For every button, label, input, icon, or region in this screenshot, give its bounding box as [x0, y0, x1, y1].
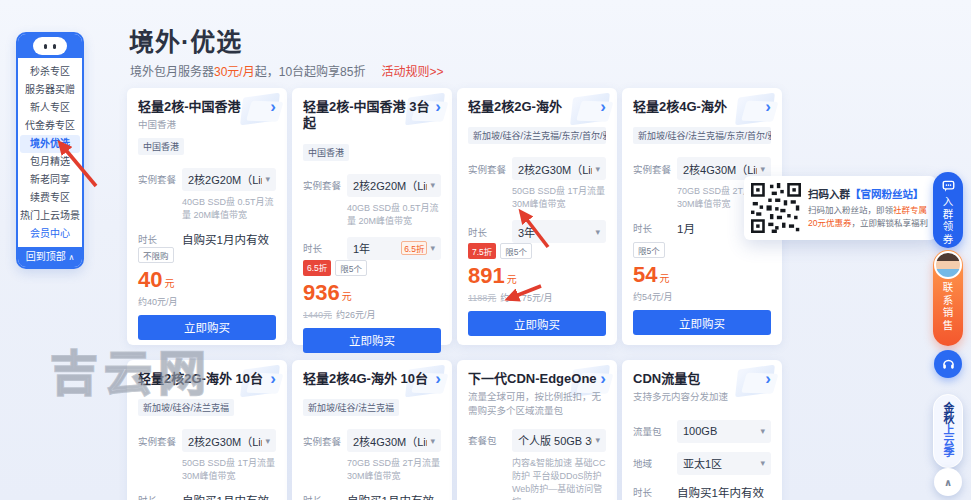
price-value: 54: [633, 262, 657, 288]
region-tag: 新加坡/硅谷/法兰克福/东京/首尔/雅加达: [633, 127, 771, 144]
sidebar-item-overseas[interactable]: 境外优选: [20, 135, 80, 153]
caret-down-icon: ▾: [760, 426, 765, 436]
sidebar-item-monthly[interactable]: 包月精选: [20, 153, 80, 171]
mascot-eye-icon: [44, 44, 47, 49]
buy-button[interactable]: 立即购买: [138, 315, 276, 340]
limit-badge: 不限购: [138, 247, 174, 263]
spec-select[interactable]: 2核2G20M（Linu... ▾: [182, 168, 276, 191]
duration-value: 1月: [677, 220, 695, 236]
scroll-top-button[interactable]: ∧: [934, 468, 962, 496]
buy-button[interactable]: 立即购买: [468, 311, 606, 336]
traffic-select[interactable]: 100GB ▾: [677, 420, 771, 443]
duration-value: 自购买1月内有效: [182, 231, 269, 247]
duration-value: 自购买1年内有效: [677, 484, 764, 500]
sidebar-item-member-center[interactable]: 会员中心: [20, 225, 80, 243]
chevron-right-icon[interactable]: ›: [600, 371, 606, 386]
duration-label: 时长: [303, 241, 347, 255]
buy-button[interactable]: 立即购买: [303, 328, 441, 353]
caret-down-icon: ▾: [760, 458, 765, 468]
spec-description: 内容&智能加速 基础CC防护 平台级DDoS防护 Web防护—基础访问管控: [512, 457, 606, 500]
sidebar-item-voucher[interactable]: 代金券专区: [20, 117, 80, 135]
region-value: 亚太1区: [683, 455, 757, 471]
monthly-price: 约24.75元/月: [500, 293, 552, 303]
buy-button[interactable]: 立即购买: [633, 310, 771, 335]
price-unit: 元: [507, 271, 517, 286]
spec-select[interactable]: 2核4G30M（Linu... ▾: [347, 429, 441, 452]
card-title: 轻量2核2G-海外: [468, 99, 562, 115]
package-value: 个人版 50GB 300...: [518, 432, 592, 448]
sidebar-item-new-user[interactable]: 新人专区: [20, 99, 80, 117]
up-arrow-icon: ∧: [68, 253, 74, 262]
qr-title-brand: 【官网粉丝站】: [850, 188, 924, 200]
package-select[interactable]: 个人版 50GB 300... ▾: [512, 429, 606, 452]
sidebar-item-server-gift[interactable]: 服务器买赠: [20, 81, 80, 99]
support-headset-button[interactable]: [934, 350, 962, 378]
caret-down-icon: ▾: [760, 164, 765, 174]
discount-badge: 6.5折: [303, 260, 331, 276]
spec-description: 50GB SSD盘 1T月流量 30M峰值带宽: [512, 185, 606, 211]
original-price: 1188元: [468, 293, 496, 303]
price-value: 891: [468, 263, 505, 289]
region-tag: 中国香港: [303, 144, 349, 161]
activity-rules-link[interactable]: 活动规则>>: [381, 65, 443, 79]
sidebar-item-new-old[interactable]: 新老同享: [20, 171, 80, 189]
spec-description: 40GB SSD盘 0.5T月流量 20M峰值带宽: [182, 196, 276, 222]
spec-select[interactable]: 2核2G20M（Linu... ▾: [347, 174, 441, 197]
spec-value: 2核2G30M（Linu...: [518, 161, 592, 177]
spec-label: 实例套餐: [303, 434, 347, 448]
card-title: CDN流量包: [633, 371, 700, 387]
chevron-right-icon[interactable]: ›: [435, 371, 441, 386]
contact-sales-button[interactable]: 联系销售: [933, 250, 963, 346]
spec-label: 实例套餐: [303, 178, 347, 192]
sidebar-item-renewal[interactable]: 续费专区: [20, 189, 80, 207]
chevron-right-icon[interactable]: ›: [765, 99, 771, 114]
price-value: 936: [303, 280, 340, 306]
spec-description: 40GB SSD盘 0.5T月流量 20M峰值带宽: [347, 202, 441, 228]
subtitle-price-highlight: 30元/月: [214, 65, 255, 79]
caret-down-icon: ▾: [595, 435, 600, 445]
discount-badge: 7.5折: [468, 243, 496, 259]
qr-body-text: ，立即解锁私享福利: [851, 218, 928, 228]
region-tag: 新加坡/硅谷/法兰克福/东京/首尔/雅加达: [468, 127, 606, 144]
sidebar-item-seckill[interactable]: 秒杀专区: [20, 63, 80, 81]
card-subtitle: 流量全球可用，按比例抵扣，无需购买多个区域流量包: [468, 390, 606, 417]
card-title: 轻量2核4G-海外 10台: [303, 371, 428, 387]
autumn-campaign-button[interactable]: 金秋 上云季: [933, 394, 963, 468]
campaign-label-bottom: 上云季: [940, 424, 956, 457]
spec-description: 70GB SSD盘 2T月流量 30M峰值带宽: [347, 457, 441, 483]
qr-popup-body: 扫码加入粉丝站，即领社群专属20元优惠券，立即解锁私享福利: [808, 204, 929, 230]
duration-label: 时长: [468, 225, 512, 239]
spec-select[interactable]: 2核2G30M（Linu... ▾: [182, 429, 276, 452]
campaign-label-top: 金秋: [940, 402, 956, 424]
monthly-price: 约40元/月: [138, 297, 178, 307]
product-card-cdn-pack: CDN流量包 › 支持多元内容分发加速 流量包 100GB ▾ 地域 亚太1区 …: [622, 360, 782, 500]
duration-select[interactable]: 1年 6.5折 ▾: [347, 237, 441, 260]
sidebar-item-hot-scenes[interactable]: 热门上云场景: [20, 207, 80, 225]
price-value: 40: [138, 267, 162, 293]
chevron-right-icon[interactable]: ›: [270, 99, 276, 114]
caret-down-icon: ▾: [430, 180, 435, 190]
spec-select[interactable]: 2核2G30M（Linu... ▾: [512, 157, 606, 180]
cards-row-1: 轻量2核-中国香港 › 中国香港 中国香港 实例套餐 2核2G20M（Linu.…: [127, 88, 782, 345]
chevron-right-icon[interactable]: ›: [270, 371, 276, 386]
spec-label: 实例套餐: [138, 172, 182, 186]
price-unit: 元: [342, 288, 352, 303]
spec-value: 2核2G20M（Linu...: [188, 171, 262, 187]
chevron-right-icon[interactable]: ›: [435, 99, 441, 114]
caret-down-icon: ▾: [265, 436, 270, 446]
chevron-right-icon[interactable]: ›: [765, 371, 771, 386]
product-card-hk: 轻量2核-中国香港 › 中国香港 中国香港 实例套餐 2核2G20M（Linu.…: [127, 88, 287, 345]
page: 秒杀专区 服务器买赠 新人专区 代金券专区 境外优选 包月精选 新老同享 续费专…: [0, 0, 971, 500]
region-select[interactable]: 亚太1区 ▾: [677, 452, 771, 475]
monthly-price: 约54元/月: [633, 292, 673, 302]
sales-avatar: [934, 251, 962, 279]
duration-select[interactable]: 3年 ▾: [512, 220, 606, 243]
join-group-button[interactable]: 入群领券: [933, 172, 963, 248]
duration-label: 时长: [138, 232, 182, 246]
chevron-right-icon[interactable]: ›: [600, 99, 606, 114]
traffic-value: 100GB: [683, 425, 757, 437]
product-card-2g-overseas: 轻量2核2G-海外 › 新加坡/硅谷/法兰克福/东京/首尔/雅加达 实例套餐 2…: [457, 88, 617, 345]
back-to-top-button[interactable]: 回到顶部 ∧: [18, 247, 82, 267]
duration-value: 自购买1月内有效: [182, 492, 269, 500]
region-label: 地域: [633, 456, 677, 470]
